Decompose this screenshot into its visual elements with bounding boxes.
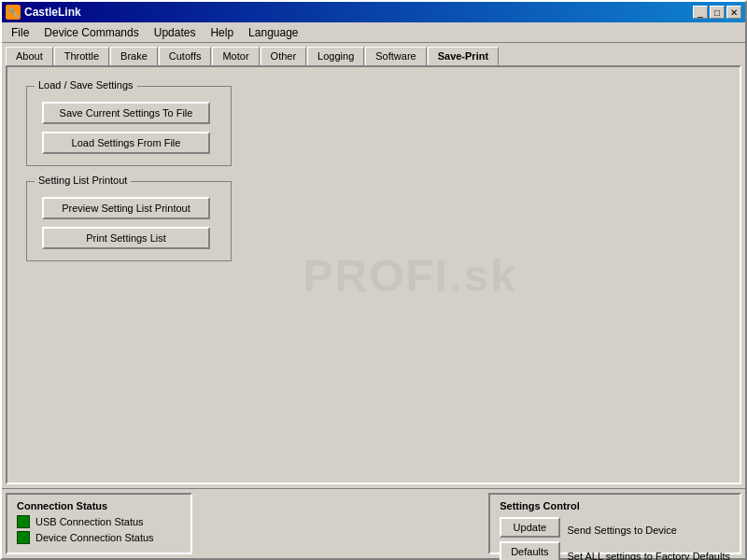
device-status-indicator [17,531,30,544]
tab-throttle[interactable]: Throttle [54,47,109,65]
tab-software[interactable]: Software [365,47,426,65]
maximize-button[interactable]: □ [710,6,725,19]
tab-cutoffs[interactable]: Cutoffs [159,47,212,65]
tab-brake[interactable]: Brake [110,47,158,65]
app-icon: 🔧 [6,5,21,20]
menu-updates[interactable]: Updates [147,24,204,41]
ctrl-labels: Send Settings to Device Set ALL settings… [568,517,730,560]
main-content: PROFI.sk Load / Save Settings Save Curre… [6,65,741,484]
title-buttons: _ □ ✕ [693,6,741,19]
load-save-label: Load / Save Settings [35,79,137,91]
title-bar: 🔧 CastleLink _ □ ✕ [2,2,745,22]
device-status-item: Device Connection Status [17,531,181,544]
main-window: 🔧 CastleLink _ □ ✕ File Device Commands … [0,0,747,560]
usb-status-item: USB Connection Status [17,515,181,528]
print-label: Setting List Printout [35,175,131,186]
device-status-label: Device Connection Status [35,532,154,543]
settings-control-header: Settings Control Update Defaults Send Se… [500,500,730,560]
update-button[interactable]: Update [500,517,559,538]
save-settings-button[interactable]: Save Current Settings To File [42,102,210,124]
settings-control-title: Settings Control [500,500,730,511]
send-label: Send Settings to Device [568,521,730,536]
factory-label: Set ALL settings to Factory Defaults [568,547,730,560]
defaults-button[interactable]: Defaults [500,541,559,560]
menu-language[interactable]: Language [241,24,305,41]
connection-status-title: Connection Status [17,500,181,511]
print-group: Setting List Printout Preview Setting Li… [26,181,232,261]
load-save-group: Load / Save Settings Save Current Settin… [26,86,232,166]
preview-settings-button[interactable]: Preview Setting List Printout [42,197,210,219]
menu-device-commands[interactable]: Device Commands [36,24,146,41]
tab-logging[interactable]: Logging [307,47,364,65]
ctrl-buttons: Update Defaults [500,517,559,560]
print-settings-button[interactable]: Print Settings List [42,227,210,249]
usb-status-indicator [17,515,30,528]
status-bar: Connection Status USB Connection Status … [2,488,745,558]
tab-other[interactable]: Other [261,47,307,65]
menu-file[interactable]: File [4,24,36,41]
tab-save-print[interactable]: Save-Print [428,47,499,65]
watermark: PROFI.sk [303,249,516,301]
minimize-button[interactable]: _ [693,6,708,19]
title-bar-left: 🔧 CastleLink [6,5,81,20]
load-settings-button[interactable]: Load Settings From File [42,132,210,154]
tab-about[interactable]: About [6,47,53,65]
ctrl-pair: Update Defaults Send Settings to Device … [500,517,730,560]
settings-control-panel: Settings Control Update Defaults Send Se… [488,493,741,554]
menu-bar: File Device Commands Updates Help Langua… [2,22,745,43]
usb-status-label: USB Connection Status [35,516,144,527]
window-title: CastleLink [24,6,81,19]
tab-motor[interactable]: Motor [212,47,259,65]
tab-bar: About Throttle Brake Cutoffs Motor Other… [2,43,745,65]
menu-help[interactable]: Help [203,24,241,41]
connection-status-panel: Connection Status USB Connection Status … [6,493,192,554]
close-button[interactable]: ✕ [726,6,741,19]
